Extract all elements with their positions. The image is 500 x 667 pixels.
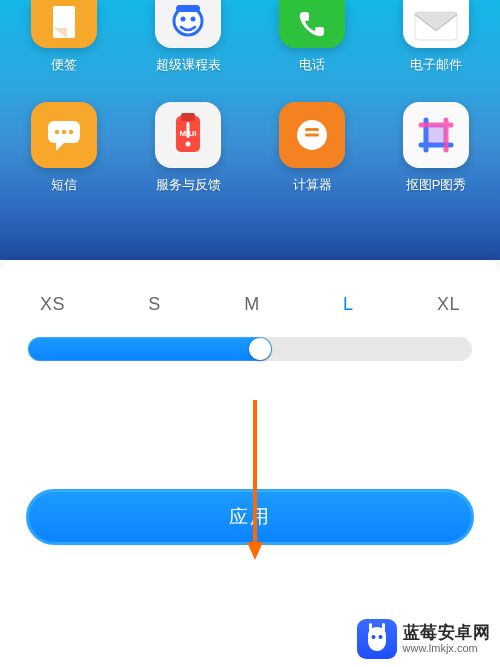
- app-fuwu[interactable]: MIUI 服务与反馈: [148, 102, 228, 194]
- app-label: 计算器: [293, 176, 332, 194]
- app-row-1: 便签 超级课程表 电话 电子邮件: [18, 0, 482, 74]
- app-label: 便签: [51, 56, 77, 74]
- svg-rect-18: [426, 125, 446, 145]
- slider-fill: [28, 337, 272, 361]
- size-slider[interactable]: [28, 337, 472, 361]
- svg-rect-16: [305, 134, 319, 137]
- app-label: 电子邮件: [410, 56, 462, 74]
- svg-point-3: [191, 17, 196, 22]
- icon-size-sheet: XS S M L XL 应用: [0, 260, 500, 667]
- size-l[interactable]: L: [343, 294, 354, 315]
- mail-icon: [403, 0, 469, 48]
- app-bianqian[interactable]: 便签: [24, 0, 104, 74]
- home-screen-preview: 便签 超级课程表 电话 电子邮件 短信: [0, 0, 500, 260]
- sms-icon: [31, 102, 97, 168]
- app-label: 电话: [299, 56, 325, 74]
- svg-point-8: [62, 130, 66, 134]
- svg-rect-14: [187, 122, 190, 138]
- app-koutu[interactable]: 抠图P图秀: [396, 102, 476, 194]
- schedule-icon: [155, 0, 221, 48]
- app-label: 抠图P图秀: [406, 176, 467, 194]
- phone-icon: [279, 0, 345, 48]
- size-s[interactable]: S: [148, 294, 161, 315]
- svg-point-13: [186, 142, 191, 147]
- calculator-icon: [279, 102, 345, 168]
- note-icon: [31, 0, 97, 48]
- app-duanxin[interactable]: 短信: [24, 102, 104, 194]
- app-youjian[interactable]: 电子邮件: [396, 0, 476, 74]
- app-dianhua[interactable]: 电话: [272, 0, 352, 74]
- svg-rect-11: [181, 113, 195, 121]
- svg-point-2: [181, 17, 186, 22]
- app-label: 服务与反馈: [156, 176, 221, 194]
- apply-button[interactable]: 应用: [26, 489, 474, 545]
- svg-rect-17: [305, 128, 319, 131]
- size-xl[interactable]: XL: [437, 294, 460, 315]
- app-kechengbiao[interactable]: 超级课程表: [148, 0, 228, 74]
- feedback-icon: MIUI: [155, 102, 221, 168]
- svg-point-7: [55, 130, 59, 134]
- photo-edit-icon: [403, 102, 469, 168]
- size-options: XS S M L XL: [26, 294, 474, 315]
- size-m[interactable]: M: [244, 294, 260, 315]
- app-label: 超级课程表: [156, 56, 221, 74]
- app-label: 短信: [51, 176, 77, 194]
- size-xs[interactable]: XS: [40, 294, 65, 315]
- app-jisuanqi[interactable]: 计算器: [272, 102, 352, 194]
- svg-rect-4: [176, 5, 200, 12]
- app-row-2: 短信 MIUI 服务与反馈 计算器 抠图P图秀: [18, 74, 482, 194]
- svg-point-9: [69, 130, 73, 134]
